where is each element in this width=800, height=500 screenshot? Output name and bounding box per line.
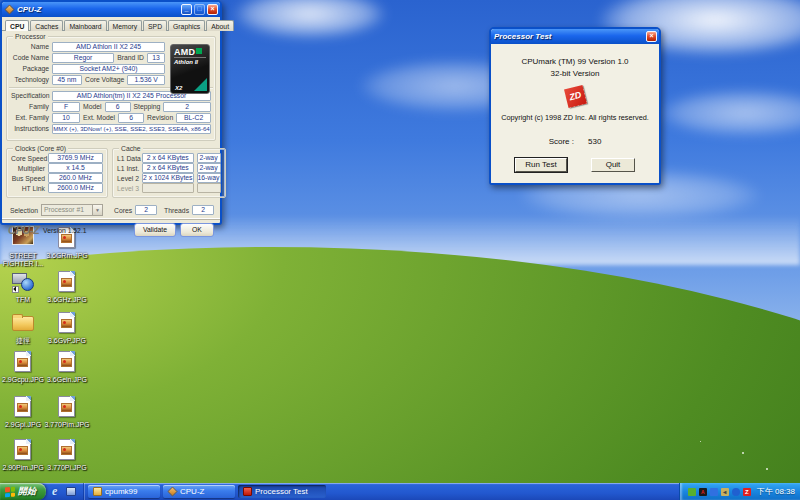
show-desktop-icon[interactable] [66, 487, 76, 496]
flower [742, 452, 744, 454]
desktop-icon-jpg[interactable]: 3.6Gein.JPG [44, 350, 90, 384]
folder-icon [12, 316, 34, 331]
validate-button[interactable]: Validate [134, 223, 176, 237]
field-label: Ext. Model [83, 114, 115, 121]
jpg-file-icon [14, 439, 31, 460]
flower [700, 441, 701, 442]
start-button[interactable]: 開始 [0, 483, 46, 500]
desktop-icon-label: 3.770Pi.JPG [44, 464, 90, 472]
field-label: Name [11, 43, 49, 50]
desktop-icon-folder[interactable]: 捷徑 [0, 311, 46, 345]
selection-row: Selection Processor #1 ▼ Cores 2 Threads… [10, 204, 212, 216]
messenger-tray-icon[interactable] [732, 488, 740, 496]
ok-button[interactable]: OK [180, 223, 214, 237]
amd-tray-icon[interactable]: A [699, 488, 707, 496]
l1-inst-size-field: 2 x 64 KBytes [142, 163, 194, 173]
ht-link-field: 2600.0 MHz [48, 183, 103, 193]
field-label: Specification [11, 92, 49, 99]
taskbar-button-cpumk99[interactable]: cpumk99 [88, 485, 160, 498]
desktop: STREET FIGHTER I... TFM 捷徑 2.9Gcpu.JPG 2… [0, 0, 800, 500]
run-test-button[interactable]: Run Test [515, 158, 567, 172]
field-label: Level 3 [117, 185, 139, 192]
field-label: Threads [164, 207, 189, 214]
taskbar-button-processor-test[interactable]: Processor Test [238, 485, 326, 498]
processor-select-value: Processor #1 [44, 205, 84, 215]
threads-field: 2 [192, 205, 214, 215]
taskbar: 開始 e cpumk99 CPU-Z Processor Test A ◂ [0, 483, 800, 500]
family-field: F [52, 102, 80, 112]
tab-about[interactable]: About [206, 20, 234, 31]
chevron-down-icon[interactable]: ▼ [92, 205, 102, 215]
processor-test-window: Processor Test × CPUmark (TM) 99 Version… [489, 27, 661, 185]
cpuz-window: CPU-Z _ □ × CPU Caches Mainboard Memory … [0, 0, 222, 225]
scheduler-tray-icon[interactable] [688, 488, 696, 496]
desktop-icon-jpg[interactable]: 3.770Pi.JPG [44, 438, 90, 472]
tab-mainboard[interactable]: Mainboard [64, 20, 106, 31]
cpuz-titlebar[interactable]: CPU-Z _ □ × [2, 2, 220, 17]
tab-graphics[interactable]: Graphics [168, 20, 205, 31]
jpg-file-icon [58, 312, 75, 333]
core-voltage-field: 1.536 V [127, 75, 165, 85]
desktop-icon-jpg[interactable]: 2.90Pim.JPG [0, 438, 46, 472]
l3-way-field [197, 183, 221, 193]
processor-select[interactable]: Processor #1 ▼ [41, 204, 103, 216]
flower [766, 468, 768, 470]
tab-spd[interactable]: SPD [143, 20, 167, 31]
cpumark-version-line: CPUmark (TM) 99 Version 1.0 [491, 57, 659, 66]
start-label: 開始 [18, 485, 36, 498]
desktop-icon-label: TFM [0, 296, 46, 304]
processor-test-body: CPUmark (TM) 99 Version 1.0 32-bit Versi… [491, 44, 659, 183]
desktop-icon-jpg[interactable]: 3.770Pim.JPG [44, 395, 90, 429]
taskbar-button-cpuz[interactable]: CPU-Z [163, 485, 235, 498]
cpuz-app-icon [167, 486, 177, 496]
maximize-button[interactable]: □ [194, 4, 205, 15]
cpuz-app-icon [4, 4, 14, 14]
model-field: 6 [105, 102, 131, 112]
desktop-icon-label: 2.90Pim.JPG [0, 464, 46, 472]
cpuz-footer: CPU-Z Version 1.52.1 Validate OK [2, 219, 220, 240]
field-label: Brand ID [117, 54, 144, 61]
desktop-icon-label: 捷徑 [0, 337, 46, 345]
amd-arrow-mark [196, 48, 202, 54]
group-label: Processor [13, 32, 48, 41]
tab-cpu[interactable]: CPU [5, 20, 29, 31]
processor-group: Processor AMD Athlon II X2 Name AMD Athl… [6, 36, 216, 141]
field-label: L1 Data [117, 155, 139, 162]
desktop-icon-jpg[interactable]: 3.6GvP.JPG [44, 311, 90, 345]
multiplier-field: x 14.5 [48, 163, 103, 173]
field-label: L1 Inst. [117, 165, 139, 172]
tab-memory[interactable]: Memory [108, 20, 143, 31]
network-tray-icon[interactable] [710, 488, 718, 496]
desktop-icon-label: 3.6GHz.JPG [44, 296, 90, 304]
field-label: Instructions [11, 125, 49, 132]
volume-tray-icon[interactable]: ◂ [721, 488, 729, 496]
minimize-button[interactable]: _ [181, 4, 192, 15]
processor-test-titlebar[interactable]: Processor Test × [491, 29, 659, 44]
ext-model-field: 6 [118, 113, 144, 123]
task-label: Processor Test [255, 487, 308, 496]
quit-button[interactable]: Quit [591, 158, 635, 172]
desktop-icon-tfm[interactable]: TFM [0, 270, 46, 304]
score-value: 530 [588, 137, 601, 146]
close-icon[interactable]: × [646, 31, 657, 42]
stepping-field: 2 [163, 102, 211, 112]
desktop-icon-jpg[interactable]: 2.9Gpi.JPG [0, 395, 46, 429]
tab-caches[interactable]: Caches [30, 20, 63, 31]
folder-icon [93, 487, 102, 496]
zd-logo: ZD [563, 85, 586, 108]
field-label: Stepping [134, 103, 161, 110]
close-button[interactable]: × [207, 4, 218, 15]
desktop-icon-label: 3.6GRm.JPG [44, 252, 90, 260]
desktop-icon-jpg[interactable]: 3.6GHz.JPG [44, 270, 90, 304]
cpuz-tabs: CPU Caches Mainboard Memory SPD Graphics… [2, 17, 220, 31]
l3-size-field [142, 183, 194, 193]
cores-field: 2 [135, 205, 157, 215]
field-label: Ext. Family [11, 114, 49, 121]
copyright-text: Copyright (c) 1998 ZD Inc. All rights re… [491, 113, 659, 122]
antivirus-tray-icon[interactable]: Z [743, 488, 751, 496]
desktop-icon-jpg[interactable]: 2.9Gcpu.JPG [0, 350, 46, 384]
internet-explorer-icon[interactable]: e [52, 486, 63, 497]
field-label: HT Link [11, 185, 45, 192]
amd-triangle [194, 78, 207, 91]
field-label: Core Speed [11, 155, 45, 162]
